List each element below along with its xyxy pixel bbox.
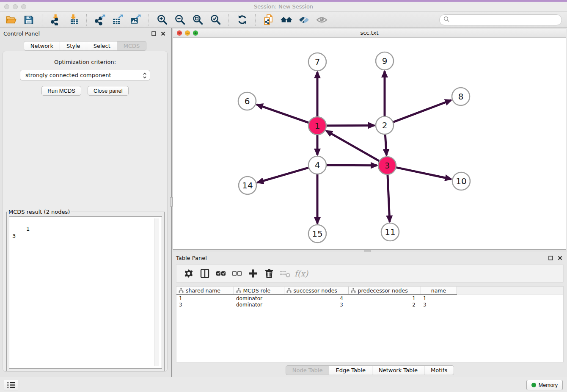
- cell[interactable]: dominator: [234, 301, 284, 308]
- mcds-result-list[interactable]: 1 3: [9, 216, 162, 369]
- column-header-predecessor-nodes[interactable]: predecessor nodes: [348, 287, 421, 295]
- run-mcds-button[interactable]: Run MCDS: [41, 86, 81, 96]
- edge-4-14[interactable]: [257, 168, 309, 182]
- status-bar: Memory: [0, 377, 567, 392]
- tab-mcds[interactable]: MCDS: [117, 41, 147, 51]
- zoom-in-icon[interactable]: [155, 13, 169, 27]
- tab-select[interactable]: Select: [87, 41, 117, 51]
- mcds-tab-content: Optimization criterion: strongly connect…: [3, 51, 168, 372]
- clone-network-icon[interactable]: [261, 13, 276, 27]
- split-panel-icon[interactable]: [198, 266, 212, 281]
- zoom-selected-icon[interactable]: [208, 13, 223, 27]
- cell[interactable]: 3: [284, 301, 348, 308]
- node-label-3: 3: [385, 160, 390, 171]
- network-close-icon[interactable]: ×: [177, 30, 182, 36]
- cell[interactable]: 3: [176, 301, 234, 308]
- control-panel: Control Panel NetworkStyleSelectMCDS Opt…: [0, 28, 170, 377]
- select-stepper-icon: [143, 72, 147, 80]
- result-scrollbar[interactable]: [154, 218, 159, 366]
- edge-3-11[interactable]: [388, 174, 390, 222]
- column-header-filler: [457, 287, 563, 295]
- control-panel-title: Control Panel: [3, 30, 40, 37]
- column-header-MCDS-role[interactable]: MCDS role: [234, 287, 284, 295]
- network-view-window: × − + scc.txt 7968124314101511: [173, 28, 566, 250]
- tab-network[interactable]: Network: [24, 41, 60, 51]
- optimization-criterion-label: Optimization criterion:: [3, 59, 167, 65]
- main-toolbar: [0, 12, 567, 28]
- float-table-panel-icon[interactable]: [547, 254, 554, 262]
- close-table-panel-icon[interactable]: [556, 254, 564, 262]
- edge-2-3[interactable]: [385, 134, 386, 155]
- column-header-successor-nodes[interactable]: successor nodes: [284, 287, 348, 295]
- cell[interactable]: 3: [421, 301, 457, 308]
- settings-gear-icon[interactable]: [182, 266, 196, 281]
- table-row[interactable]: 1dominator411: [176, 295, 563, 301]
- memory-button[interactable]: Memory: [526, 380, 563, 390]
- table-row[interactable]: 3dominator323: [176, 301, 563, 308]
- import-network-icon[interactable]: [48, 13, 63, 27]
- mcds-result-values: 1 3: [12, 226, 30, 239]
- toolbar-separator: [42, 14, 42, 26]
- tab-node-table[interactable]: Node Table: [286, 365, 330, 375]
- edge-3-1[interactable]: [326, 131, 380, 161]
- window-title: Session: New Session: [0, 3, 567, 10]
- edge-4-3[interactable]: [326, 165, 377, 166]
- tab-motifs[interactable]: Motifs: [424, 365, 454, 375]
- homes-icon[interactable]: [279, 13, 294, 27]
- select-all-icon[interactable]: [214, 266, 228, 281]
- import-table-icon[interactable]: [66, 13, 80, 27]
- zoom-out-icon[interactable]: [173, 13, 187, 27]
- node-label-7: 7: [315, 57, 320, 67]
- tab-style[interactable]: Style: [60, 41, 87, 51]
- tab-edge-table[interactable]: Edge Table: [329, 365, 372, 375]
- search-input[interactable]: [439, 14, 562, 25]
- optimization-criterion-select[interactable]: strongly connected component: [20, 70, 150, 80]
- close-panel-icon[interactable]: [159, 30, 167, 37]
- export-table-icon[interactable]: [110, 13, 125, 27]
- tab-network-table[interactable]: Network Table: [372, 365, 424, 375]
- search-field[interactable]: [451, 17, 561, 23]
- save-session-icon[interactable]: [22, 13, 36, 27]
- control-panel-header: Control Panel: [0, 28, 170, 39]
- cell[interactable]: dominator: [234, 295, 284, 301]
- table-panel-header: Table Panel: [173, 252, 567, 263]
- search-icon: [443, 16, 449, 23]
- network-minimize-icon[interactable]: −: [185, 30, 190, 36]
- edge-3-10[interactable]: [396, 167, 451, 179]
- network-window-titlebar[interactable]: × − + scc.txt: [173, 28, 566, 38]
- network-graph-canvas[interactable]: 7968124314101511: [173, 38, 566, 249]
- table-type-tabs: Node TableEdge TableNetwork TableMotifs: [173, 365, 567, 375]
- network-maximize-icon[interactable]: +: [193, 30, 198, 36]
- node-label-11: 11: [385, 227, 395, 237]
- add-column-icon[interactable]: [246, 266, 260, 281]
- close-panel-button[interactable]: Close panel: [88, 86, 129, 96]
- cell[interactable]: 1: [348, 295, 421, 301]
- delete-column-icon[interactable]: [262, 266, 276, 281]
- node-label-15: 15: [312, 229, 322, 239]
- cell[interactable]: 2: [348, 301, 421, 308]
- delete-table-icon: [278, 266, 292, 281]
- column-header-name[interactable]: name: [421, 287, 457, 295]
- edge-1-2[interactable]: [326, 125, 374, 126]
- cell[interactable]: 4: [284, 295, 348, 301]
- open-folder-icon[interactable]: [4, 13, 18, 27]
- cell[interactable]: 1: [176, 295, 234, 301]
- zoom-fit-icon[interactable]: [190, 13, 205, 27]
- edge-2-8[interactable]: [393, 100, 451, 122]
- table-toolbar: f(x): [176, 264, 564, 283]
- edge-1-6[interactable]: [257, 105, 309, 123]
- float-panel-icon[interactable]: [150, 30, 157, 37]
- refresh-icon[interactable]: [235, 13, 249, 27]
- export-image-icon[interactable]: [128, 13, 143, 27]
- splitter-grip[interactable]: [364, 250, 371, 252]
- function-builder-icon: f(x): [294, 266, 308, 281]
- show-all-icon[interactable]: [315, 13, 329, 27]
- export-network-icon[interactable]: [93, 13, 107, 27]
- cell[interactable]: 1: [421, 295, 457, 301]
- deselect-all-icon[interactable]: [230, 266, 244, 281]
- task-history-icon[interactable]: [4, 380, 18, 390]
- app-titlebar: Session: New Session: [0, 2, 567, 12]
- toolbar-separator: [228, 14, 229, 26]
- hide-selected-icon[interactable]: [297, 13, 311, 27]
- column-header-shared-name[interactable]: shared name: [176, 287, 234, 295]
